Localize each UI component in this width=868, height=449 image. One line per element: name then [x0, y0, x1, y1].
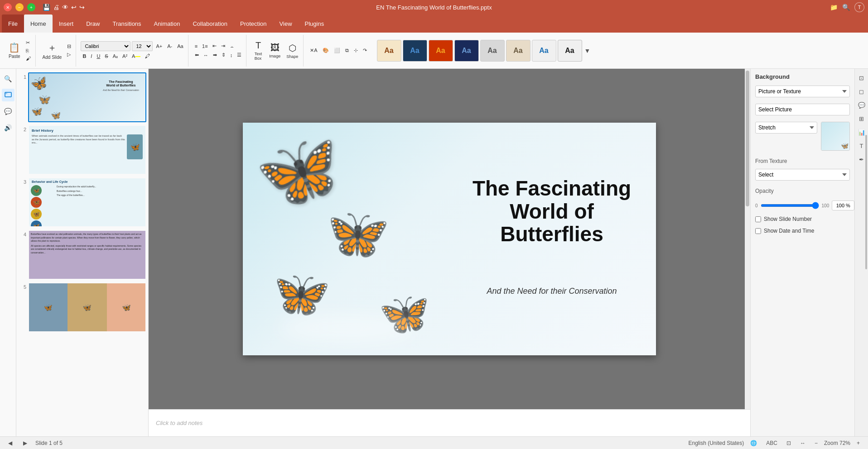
- menu-plugins[interactable]: Plugins: [299, 14, 331, 33]
- paragraph-spacing-button[interactable]: ☰: [235, 51, 243, 59]
- line-spacing-button[interactable]: ↕: [228, 51, 235, 59]
- slide-2-thumbnail[interactable]: Brief History When animals evolved in th…: [28, 125, 146, 175]
- comments-right-icon[interactable]: 💬: [856, 100, 867, 110]
- theme-7[interactable]: Aa: [532, 40, 556, 62]
- language-globe-button[interactable]: 🌐: [747, 439, 760, 447]
- indent-less-button[interactable]: ⇤: [211, 42, 218, 50]
- comments-button[interactable]: 💬: [2, 105, 14, 118]
- format-painter-button[interactable]: 🖌: [24, 55, 33, 62]
- theme-5[interactable]: Aa: [480, 40, 505, 62]
- background-type-select[interactable]: Picture or Texture Solid Color Gradient …: [755, 86, 850, 97]
- table-icon[interactable]: ⊞: [856, 113, 867, 124]
- slide-thumb-3[interactable]: 3 Behavior and Life Cycle 🦋 🦋 🦋 🦋: [18, 177, 146, 227]
- menu-home[interactable]: Home: [24, 14, 53, 33]
- indent-more-button[interactable]: ⇥: [219, 42, 227, 50]
- show-date-time-row[interactable]: Show Date and Time: [755, 228, 850, 234]
- opacity-input[interactable]: [832, 201, 854, 210]
- undo-icon[interactable]: ↩: [71, 4, 77, 11]
- close-btn[interactable]: ✕: [4, 3, 12, 11]
- themes-expand-button[interactable]: ▼: [583, 46, 592, 55]
- theme-3[interactable]: Aa: [429, 40, 453, 62]
- fit-width-button[interactable]: ↔: [797, 439, 808, 447]
- corner-radius-icon[interactable]: ◻: [856, 86, 867, 97]
- menu-insert[interactable]: Insert: [53, 14, 80, 33]
- menu-animation[interactable]: Animation: [148, 14, 187, 33]
- slide-3-thumbnail[interactable]: Behavior and Life Cycle 🦋 🦋 🦋 🦋 During r…: [28, 177, 146, 227]
- menu-collaboration[interactable]: Collaboration: [186, 14, 234, 33]
- zoom-in-button[interactable]: +: [854, 439, 863, 447]
- menu-view[interactable]: View: [273, 14, 299, 33]
- print-icon[interactable]: 🖨: [53, 4, 59, 11]
- slide-thumb-4[interactable]: 4 Butterflies have evolved as vital poll…: [18, 230, 146, 280]
- underline-button[interactable]: U: [95, 53, 102, 60]
- main-slide[interactable]: 🦋 🦋 🦋 🦋 The Fascinating World of Butterf…: [243, 123, 656, 355]
- fill-color-button[interactable]: 🎨: [321, 47, 331, 54]
- slide-layout-button[interactable]: ⊟: [65, 43, 73, 50]
- image-button[interactable]: 🖼 Image: [267, 38, 283, 63]
- add-slide-button[interactable]: ＋ Add Slide: [40, 38, 64, 63]
- prev-slide-button[interactable]: ◀: [5, 439, 15, 447]
- columns-button[interactable]: ⫠: [228, 42, 236, 50]
- textbox-button[interactable]: T TextBox: [251, 38, 265, 63]
- select-picture-select[interactable]: Select Picture: [755, 104, 850, 115]
- align-right-button[interactable]: ➡: [211, 51, 219, 59]
- user-avatar[interactable]: T: [854, 2, 864, 12]
- slide-thumb-5[interactable]: 5 🦋 🦋 🦋: [18, 282, 146, 332]
- arrange-button[interactable]: ⧉: [343, 47, 351, 54]
- slide-5-thumbnail[interactable]: 🦋 🦋 🦋: [28, 282, 146, 332]
- decrease-font-button[interactable]: A-: [165, 43, 174, 50]
- strikethrough-button[interactable]: S: [103, 53, 110, 60]
- bold-button[interactable]: B: [81, 53, 88, 60]
- search-icon[interactable]: 🔍: [842, 4, 850, 11]
- align-left-button[interactable]: ⬅: [193, 51, 201, 59]
- zoom-out-button[interactable]: −: [812, 439, 820, 447]
- slide-4-thumbnail[interactable]: Butterflies have evolved as vital pollin…: [28, 230, 146, 280]
- maximize-btn[interactable]: +: [27, 3, 35, 11]
- paste-button[interactable]: 📋 Paste: [6, 38, 23, 63]
- slide-viewport[interactable]: 🦋 🦋 🦋 🦋 The Fascinating World of Butterf…: [149, 69, 750, 409]
- numbering-button[interactable]: 1≡: [200, 42, 210, 50]
- save-icon[interactable]: 💾: [43, 4, 50, 11]
- select-button[interactable]: ⊹: [352, 47, 360, 54]
- menu-protection[interactable]: Protection: [234, 14, 273, 33]
- slide-1-thumbnail[interactable]: 🦋 🦋 🦋 🦋 The FascinatingWorld of Butterfl…: [28, 72, 146, 122]
- theme-2[interactable]: Aa: [403, 40, 427, 62]
- slide-thumb-1[interactable]: 1 🦋 🦋 🦋 🦋 The FascinatingWorld of Butter…: [18, 72, 146, 122]
- minimize-btn[interactable]: −: [15, 3, 24, 11]
- search-sidebar-button[interactable]: 🔍: [2, 72, 14, 85]
- theme-8[interactable]: Aa: [558, 40, 582, 62]
- properties-icon[interactable]: ⊡: [856, 72, 867, 83]
- shape-button[interactable]: ⬡ Shape: [284, 38, 300, 63]
- replace-button[interactable]: ↷: [361, 47, 369, 54]
- spell-check-button[interactable]: ABC: [763, 439, 780, 447]
- increase-font-button[interactable]: A+: [154, 43, 164, 50]
- folder-icon[interactable]: 📁: [830, 4, 838, 11]
- bullets-button[interactable]: ≡: [193, 42, 199, 50]
- preview-icon[interactable]: 👁: [62, 4, 68, 11]
- notes-area[interactable]: Click to add notes: [149, 409, 750, 436]
- menu-draw[interactable]: Draw: [80, 14, 106, 33]
- subscript-button[interactable]: A₂: [111, 53, 120, 60]
- theme-1[interactable]: Aa: [377, 40, 401, 62]
- vertical-align-button[interactable]: ⇕: [220, 51, 227, 59]
- superscript-button[interactable]: A²: [121, 53, 129, 60]
- clear-format-button[interactable]: ✕A: [308, 47, 319, 54]
- show-slide-number-row[interactable]: Show Slide Number: [755, 216, 850, 222]
- cut-button[interactable]: ✂: [24, 39, 33, 47]
- theme-6[interactable]: Aa: [506, 40, 530, 62]
- vertical-scrollbar[interactable]: [745, 69, 750, 409]
- change-case-button[interactable]: Aa: [175, 43, 185, 50]
- font-size-select[interactable]: 12: [132, 41, 153, 51]
- slides-sidebar-button[interactable]: [2, 89, 14, 101]
- opacity-slider[interactable]: [761, 204, 819, 207]
- font-family-select[interactable]: Calibri: [81, 41, 130, 51]
- highlight-button[interactable]: 🖍: [143, 53, 152, 60]
- slide-view-button[interactable]: ▷: [65, 51, 73, 58]
- next-slide-button[interactable]: ▶: [20, 439, 30, 447]
- theme-4[interactable]: Aa: [454, 40, 479, 62]
- italic-button[interactable]: I: [89, 53, 94, 60]
- menu-file[interactable]: File: [2, 14, 24, 33]
- redo-icon[interactable]: ↪: [79, 4, 85, 11]
- slide-thumb-2[interactable]: 2 Brief History When animals evolved in …: [18, 125, 146, 175]
- audio-button[interactable]: 🔊: [2, 121, 14, 134]
